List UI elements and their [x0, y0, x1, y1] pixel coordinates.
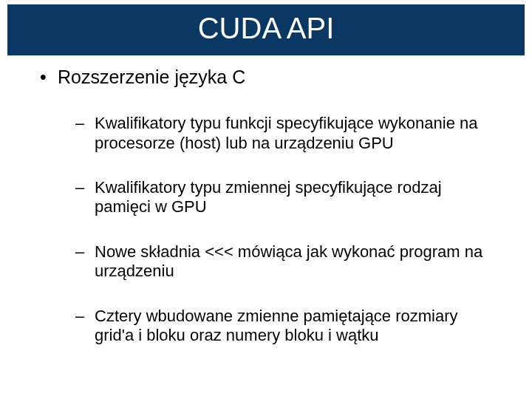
slide: CUDA API Rozszerzenie języka C Kwalifika…	[0, 4, 532, 399]
sub-bullet-text: Kwalifikatory typu zmiennej specyfikując…	[95, 178, 442, 216]
slide-title: CUDA API	[7, 4, 525, 55]
sub-bullet: Nowe składnia <<< mówiąca jak wykonać pr…	[72, 242, 495, 282]
sub-bullet: Kwalifikatory typu zmiennej specyfikując…	[72, 178, 495, 217]
sub-bullet: Kwalifikatory typu funkcji specyfikujące…	[72, 114, 495, 153]
sub-bullet: Cztery wbudowane zmienne pamiętające roz…	[72, 307, 495, 346]
bullet-main: Rozszerzenie języka C Kwalifikatory typu…	[37, 66, 495, 345]
sub-bullet-text: Cztery wbudowane zmienne pamiętające roz…	[95, 307, 458, 344]
slide-content: Rozszerzenie języka C Kwalifikatory typu…	[0, 55, 532, 345]
bullet-list-level1: Rozszerzenie języka C Kwalifikatory typu…	[37, 66, 495, 345]
sub-bullet-text: Nowe składnia <<< mówiąca jak wykonać pr…	[95, 242, 482, 280]
bullet-main-text: Rozszerzenie języka C	[58, 66, 245, 87]
bullet-list-level2: Kwalifikatory typu funkcji specyfikujące…	[58, 114, 495, 345]
sub-bullet-text: Kwalifikatory typu funkcji specyfikujące…	[95, 114, 477, 151]
